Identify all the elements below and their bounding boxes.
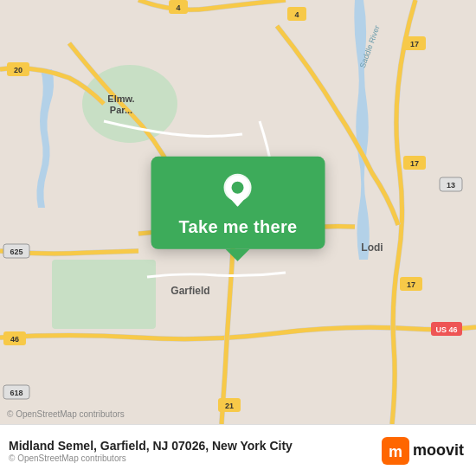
svg-text:4: 4 (176, 3, 180, 12)
svg-text:Garfield: Garfield (170, 285, 209, 297)
svg-text:Elmw.: Elmw. (107, 93, 134, 104)
svg-text:20: 20 (14, 66, 23, 74)
moovit-brand-name: moovit (413, 441, 464, 460)
svg-text:17: 17 (410, 159, 419, 168)
location-pin-icon (219, 172, 257, 210)
moovit-brand-icon: m (382, 437, 409, 465)
svg-text:13: 13 (447, 181, 455, 190)
svg-point-34 (232, 182, 244, 194)
svg-text:17: 17 (407, 280, 415, 289)
moovit-logo: m moovit (382, 437, 464, 465)
svg-text:46: 46 (10, 335, 19, 344)
svg-text:17: 17 (410, 40, 419, 48)
svg-text:Lodi: Lodi (361, 241, 383, 254)
popup-card: Take me there (151, 157, 325, 249)
svg-text:© OpenStreetMap contributors: © OpenStreetMap contributors (7, 409, 125, 419)
svg-text:Par...: Par... (110, 105, 132, 115)
svg-rect-2 (52, 260, 156, 329)
svg-text:21: 21 (225, 402, 234, 410)
bottom-bar: Midland Semel, Garfield, NJ 07026, New Y… (0, 424, 476, 476)
location-name: Midland Semel, Garfield, NJ 07026, New Y… (9, 439, 293, 453)
svg-text:4: 4 (294, 10, 299, 19)
svg-text:US 46: US 46 (435, 325, 457, 334)
svg-text:m: m (389, 443, 402, 460)
attribution: © OpenStreetMap contributors (9, 453, 293, 463)
location-info: Midland Semel, Garfield, NJ 07026, New Y… (9, 439, 293, 463)
map-container: 4 4 20 17 17 17 46 US 46 21 625 618 13 E… (0, 0, 476, 424)
svg-text:625: 625 (10, 248, 23, 256)
svg-text:618: 618 (10, 389, 23, 397)
popup-overlay: Take me there (151, 157, 325, 249)
take-me-there-button[interactable]: Take me there (179, 217, 298, 237)
